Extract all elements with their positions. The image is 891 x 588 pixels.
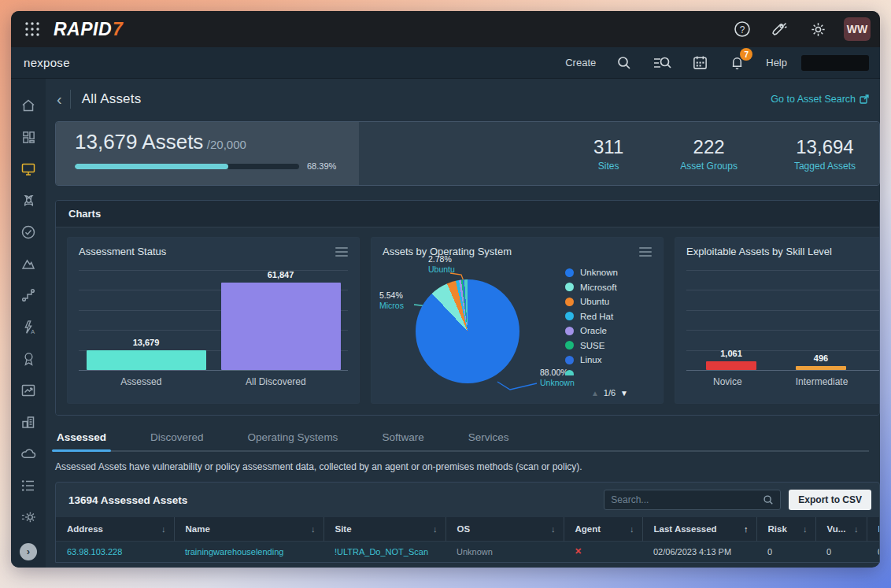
bar-intermediate[interactable]: 496 bbox=[796, 353, 846, 370]
user-avatar[interactable]: WW bbox=[844, 17, 871, 41]
column-header-vu[interactable]: Vu...↓ bbox=[815, 517, 867, 541]
table-cell: 0 bbox=[815, 541, 867, 562]
chart-menu-icon[interactable] bbox=[335, 247, 348, 257]
legend-dot bbox=[565, 370, 574, 375]
export-csv-button[interactable]: Export to CSV bbox=[789, 490, 871, 510]
create-menu[interactable]: Create bbox=[565, 57, 596, 68]
pie-legend: Unknown Microsoft Ubuntu Red Hat Oracle … bbox=[565, 265, 647, 375]
charts-panel-title: Charts bbox=[56, 201, 879, 227]
table-row[interactable]: 63.98.103.228trainingwarehouselending!UL… bbox=[56, 541, 880, 562]
settings-gear-icon[interactable] bbox=[808, 19, 828, 39]
column-header-site[interactable]: Site↓ bbox=[323, 517, 446, 541]
advanced-search-icon[interactable] bbox=[653, 55, 671, 71]
svg-text:A: A bbox=[31, 328, 35, 335]
go-to-asset-search-link[interactable]: Go to Asset Search bbox=[771, 94, 869, 105]
column-header-lastassessed[interactable]: Last Assessed↑ bbox=[642, 517, 756, 541]
table-cell[interactable]: 63.98.103.228 bbox=[56, 541, 174, 562]
legend-dot bbox=[565, 356, 574, 364]
rocket-icon[interactable] bbox=[770, 19, 790, 39]
summary-stat: 222 Asset Groups bbox=[680, 136, 738, 172]
svg-text:?: ? bbox=[740, 24, 745, 35]
management-icon[interactable] bbox=[15, 469, 42, 501]
desktop-background: RAPID 7 ? bbox=[0, 0, 891, 588]
table-cell[interactable]: !ULTRA_Do_NOT_Scan bbox=[323, 541, 446, 562]
infrastructure-icon[interactable] bbox=[15, 406, 42, 438]
legend-item[interactable]: Linux bbox=[565, 353, 647, 368]
legend-item[interactable] bbox=[565, 368, 647, 376]
bar-all-discovered[interactable]: 61,847 bbox=[221, 270, 341, 370]
bar-categories: NoviceIntermediateExpert bbox=[686, 376, 879, 387]
bar-assessed[interactable]: 13,679 bbox=[87, 338, 206, 370]
legend-page-down-icon[interactable]: ▼ bbox=[620, 389, 628, 398]
notifications-bell-icon[interactable]: 7 bbox=[729, 54, 745, 71]
asset-search-link-label: Go to Asset Search bbox=[771, 94, 856, 105]
sidebar-expand-button[interactable]: › bbox=[15, 536, 42, 568]
legend-item[interactable]: Unknown bbox=[565, 265, 647, 280]
bar-novice[interactable]: 1,061 bbox=[706, 349, 756, 370]
help-link[interactable]: Help bbox=[766, 57, 787, 68]
app-switcher-icon[interactable] bbox=[24, 20, 41, 38]
cloud-icon[interactable] bbox=[15, 438, 42, 469]
summary-stat: 311 Sites bbox=[593, 136, 623, 172]
chart-title: Exploitable Assets by Skill Level bbox=[686, 246, 832, 257]
bar-value-label: 1,061 bbox=[720, 349, 742, 358]
remediation-icon[interactable] bbox=[15, 248, 42, 279]
legend-dot bbox=[565, 298, 574, 306]
stat-label[interactable]: Tagged Assets bbox=[794, 161, 856, 172]
legend-item[interactable]: Ubuntu bbox=[565, 294, 647, 309]
attack-icon[interactable]: A bbox=[15, 311, 42, 342]
automation-icon[interactable] bbox=[15, 279, 42, 311]
tab-operating-systems[interactable]: Operating Systems bbox=[246, 427, 340, 450]
license-progress-fill bbox=[75, 164, 228, 169]
search-icon[interactable] bbox=[616, 55, 632, 71]
home-icon[interactable] bbox=[15, 90, 42, 121]
assets-icon[interactable] bbox=[15, 153, 42, 184]
legend-item[interactable]: Oracle bbox=[565, 324, 647, 338]
policies-icon[interactable] bbox=[15, 216, 42, 248]
legend-item[interactable]: Red Hat bbox=[565, 309, 647, 324]
stat-label[interactable]: Asset Groups bbox=[680, 161, 738, 172]
column-header-name[interactable]: Name↓ bbox=[174, 517, 323, 541]
stat-label[interactable]: Sites bbox=[593, 161, 623, 172]
column-header-mal[interactable]: Mal... bbox=[867, 517, 880, 541]
bar-category-label: All Discovered bbox=[246, 376, 306, 387]
table-search-input[interactable] bbox=[611, 494, 763, 505]
table-cell: ✕ bbox=[564, 541, 642, 562]
column-header-os[interactable]: OS↓ bbox=[446, 517, 564, 541]
legend-dot bbox=[565, 312, 574, 320]
legend-item[interactable]: Microsoft bbox=[565, 280, 647, 295]
asset-tabs: AssessedDiscoveredOperating SystemsSoftw… bbox=[55, 427, 869, 452]
chart-menu-icon[interactable] bbox=[639, 247, 652, 257]
column-header-address[interactable]: Address↓ bbox=[56, 517, 174, 541]
column-header-risk[interactable]: Risk↓ bbox=[756, 517, 815, 541]
tab-software[interactable]: Software bbox=[380, 427, 425, 450]
reports-icon[interactable] bbox=[15, 375, 42, 406]
legend-label: SUSE bbox=[580, 341, 604, 350]
legend-page-up-icon[interactable]: ▲ bbox=[591, 389, 599, 398]
admin-icon[interactable] bbox=[15, 501, 42, 533]
vulnerabilities-icon[interactable] bbox=[15, 185, 42, 216]
pie-chart[interactable] bbox=[416, 279, 519, 383]
tab-services[interactable]: Services bbox=[467, 427, 511, 450]
app-window: RAPID 7 ? bbox=[11, 11, 880, 568]
rapid7-logo: RAPID 7 bbox=[54, 19, 123, 40]
back-chevron-icon[interactable]: ‹ bbox=[55, 91, 70, 109]
legend-dot bbox=[565, 268, 574, 277]
dashboard-icon[interactable] bbox=[15, 121, 42, 153]
table-cell[interactable]: trainingwarehouselending bbox=[174, 541, 323, 562]
award-icon[interactable] bbox=[15, 343, 42, 375]
stat-value: 311 bbox=[593, 136, 623, 158]
bar-plot: 13,679 61,847 bbox=[79, 270, 348, 371]
table-title: 13694 Assessed Assets bbox=[68, 494, 187, 506]
tab-discovered[interactable]: Discovered bbox=[149, 427, 205, 450]
tab-assessed[interactable]: Assessed bbox=[55, 427, 108, 450]
assets-count-section: 13,679 Assets /20,000 68.39% bbox=[56, 122, 359, 185]
column-header-agent[interactable]: Agent↓ bbox=[564, 517, 642, 541]
charts-panel: Charts Assessment Status 13,679 61,847 bbox=[55, 200, 880, 416]
pie-area: 2.78% Ubuntu 5.54% Micros 88.00% Unknown bbox=[383, 259, 652, 399]
help-circle-icon[interactable]: ? bbox=[732, 19, 752, 39]
charts-row: Assessment Status 13,679 61,847 Assessed… bbox=[56, 227, 879, 415]
calendar-icon[interactable] bbox=[692, 54, 708, 71]
assessment-status-chart: Assessment Status 13,679 61,847 Assessed… bbox=[67, 237, 360, 404]
legend-item[interactable]: SUSE bbox=[565, 338, 647, 353]
